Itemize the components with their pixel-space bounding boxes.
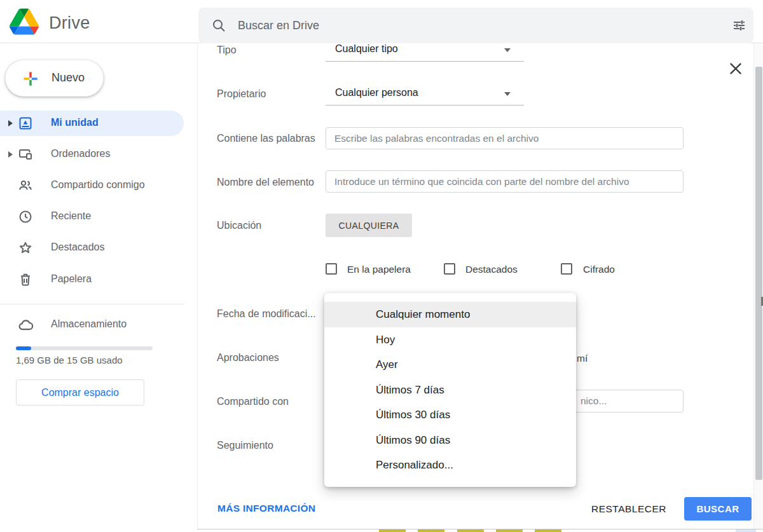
expand-caret-icon[interactable] — [8, 120, 13, 126]
search-icon[interactable] — [211, 18, 226, 36]
owner-select-underline — [326, 105, 524, 106]
sidebar-item-computers[interactable]: Ordenadores — [0, 142, 184, 167]
new-button-label: Nuevo — [52, 71, 85, 85]
sidebar-item-label: Mi unidad — [51, 117, 99, 128]
search-options-tune-icon[interactable] — [731, 18, 746, 36]
date-modified-menu: Cualquier momento Hoy Ayer Últimos 7 día… — [324, 293, 576, 487]
close-icon[interactable] — [727, 60, 745, 78]
folder-icon — [457, 529, 484, 532]
encrypted-checkbox-label[interactable]: Cifrado — [583, 264, 615, 275]
menu-item-today[interactable]: Hoy — [324, 327, 576, 353]
chevron-down-icon[interactable] — [504, 48, 511, 52]
expand-caret-icon[interactable] — [8, 151, 13, 158]
storage-progress-bar — [16, 346, 153, 350]
type-select-underline — [326, 61, 524, 62]
item-name-input[interactable] — [326, 170, 684, 193]
scrollbar-track[interactable] — [753, 43, 763, 529]
shared-with-placeholder-fragment: nico... — [581, 395, 607, 407]
folder-icon — [418, 529, 444, 532]
buy-storage-button[interactable]: Comprar espacio — [16, 379, 144, 406]
owner-label: Propietario — [217, 88, 266, 100]
sidebar-item-my-drive[interactable]: Mi unidad — [0, 111, 184, 136]
approvals-label: Aprobaciones — [217, 352, 279, 364]
app-title: Drive — [49, 13, 90, 33]
cloud-icon — [18, 317, 34, 336]
in-trash-checkbox-label[interactable]: En la papelera — [347, 264, 411, 275]
menu-item-custom[interactable]: Personalizado... — [324, 453, 576, 478]
type-select-value[interactable]: Cualquier tipo — [335, 43, 398, 55]
folder-icon — [535, 529, 561, 532]
sidebar-item-label: Reciente — [51, 210, 91, 222]
folder-icon — [496, 529, 523, 532]
sidebar-item-shared-with-me[interactable]: Compartido conmigo — [0, 173, 184, 198]
my-drive-icon — [18, 116, 33, 133]
star-icon — [18, 240, 33, 258]
storage-label[interactable]: Almacenamiento — [51, 318, 127, 330]
clock-icon — [18, 209, 33, 227]
chevron-down-icon[interactable] — [504, 92, 511, 96]
menu-item-any-time[interactable]: Cualquier momento — [324, 302, 576, 327]
more-info-link[interactable]: MÁS INFORMACIÓN — [217, 503, 315, 514]
computers-icon — [18, 147, 33, 165]
sidebar-item-label: Compartido conmigo — [51, 179, 145, 191]
trash-icon — [18, 272, 33, 290]
item-name-label: Nombre del elemento — [217, 177, 314, 188]
in-trash-checkbox[interactable] — [326, 263, 337, 275]
menu-item-yesterday[interactable]: Ayer — [324, 352, 576, 378]
menu-item-last-90[interactable]: Últimos 90 días — [324, 428, 576, 453]
starred-checkbox[interactable] — [444, 263, 455, 275]
scrollbar-thumb[interactable] — [755, 67, 762, 480]
date-modified-label: Fecha de modificaci... — [217, 308, 316, 320]
new-button[interactable]: Nuevo — [5, 60, 104, 97]
sidebar-item-label: Destacados — [51, 242, 105, 253]
search-bar[interactable] — [198, 8, 753, 43]
sidebar-item-trash[interactable]: Papelera — [0, 267, 184, 292]
contains-words-input[interactable] — [326, 127, 684, 149]
encrypted-checkbox[interactable] — [561, 263, 572, 275]
location-chip-button[interactable]: CUALQUIERA — [326, 214, 412, 237]
storage-progress-fill — [16, 346, 31, 350]
menu-item-last-30[interactable]: Últimos 30 días — [324, 402, 576, 428]
folder-icon — [379, 529, 406, 532]
shared-with-label: Compartido con — [217, 396, 289, 407]
reset-button[interactable]: RESTABLECER — [591, 503, 666, 515]
menu-item-last-7[interactable]: Últimos 7 días — [324, 378, 576, 403]
plus-icon — [20, 69, 41, 91]
sidebar-divider — [0, 304, 184, 304]
header: Drive — [0, 0, 763, 43]
sidebar-item-recent[interactable]: Reciente — [0, 204, 184, 229]
contains-words-label: Contiene las palabras — [217, 133, 315, 144]
sidebar-item-label: Papelera — [51, 273, 92, 285]
location-label: Ubicación — [217, 220, 261, 231]
storage-usage-text: 1,69 GB de 15 GB usado — [16, 355, 123, 365]
search-submit-button[interactable]: BUSCAR — [684, 497, 752, 521]
approvals-partial-text: mí — [577, 353, 588, 364]
starred-checkbox-label[interactable]: Destacados — [465, 264, 518, 275]
drive-logo-icon[interactable] — [10, 8, 39, 38]
sidebar-item-label: Ordenadores — [51, 148, 110, 160]
search-input[interactable] — [238, 8, 708, 43]
type-label: Tipo — [217, 44, 237, 56]
follow-up-label: Seguimiento — [217, 440, 273, 451]
people-icon — [18, 178, 33, 196]
sidebar-item-starred[interactable]: Destacados — [0, 235, 184, 261]
owner-select-value[interactable]: Cualquier persona — [335, 87, 418, 99]
